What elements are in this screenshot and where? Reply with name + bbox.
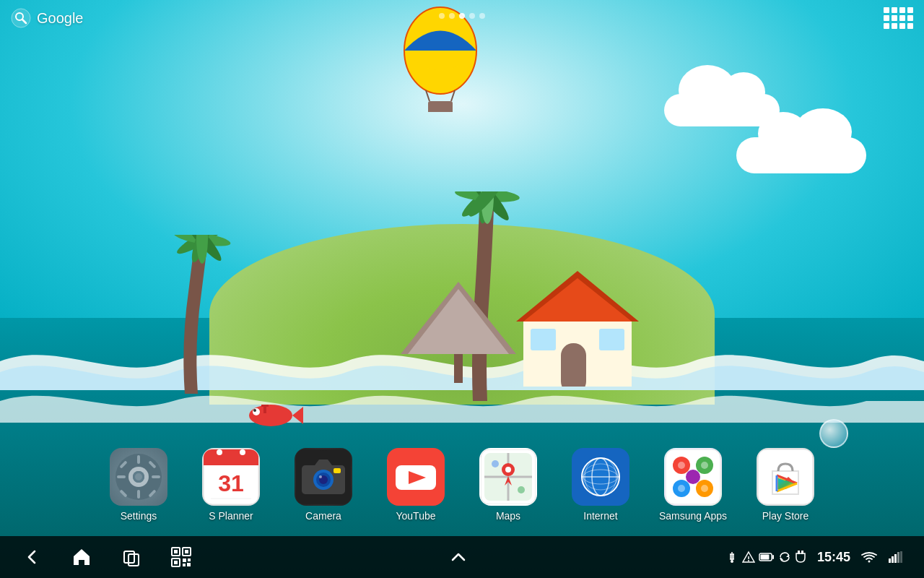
svg-point-85 (701, 462, 708, 469)
svg-rect-108 (188, 558, 191, 561)
svg-rect-24 (531, 329, 556, 350)
usb-icon (725, 551, 738, 564)
house (516, 271, 639, 387)
svg-point-87 (701, 485, 708, 492)
battery-icon (759, 552, 775, 562)
svg-marker-17 (408, 289, 509, 354)
svg-rect-61 (334, 468, 341, 473)
app-dock: Settings 31 S Planner (0, 435, 924, 535)
svg-point-32 (12, 9, 30, 27)
bottom-nav-bar: 15:45 (0, 536, 924, 578)
cloud-2 (736, 137, 866, 173)
app-samsung-apps[interactable]: Samsung Apps (647, 442, 739, 527)
screenshot-button[interactable] (170, 546, 192, 568)
signal-icon (888, 551, 902, 563)
svg-point-84 (678, 462, 685, 469)
beach-hut (401, 282, 516, 383)
svg-rect-40 (117, 475, 126, 478)
svg-rect-117 (772, 555, 774, 559)
internet-icon (572, 448, 629, 506)
grid-dot (907, 15, 913, 21)
warning-icon (742, 551, 755, 564)
maps-icon (479, 448, 537, 506)
app-internet[interactable]: Internet (554, 442, 647, 527)
svg-point-29 (253, 409, 256, 412)
maps-label: Maps (496, 510, 520, 522)
svg-point-26 (249, 405, 292, 426)
svg-text:31: 31 (218, 470, 244, 496)
grid-dot (907, 23, 913, 29)
internet-label: Internet (583, 510, 617, 522)
svg-rect-50 (204, 458, 258, 465)
svg-rect-125 (897, 552, 899, 563)
svg-rect-4 (428, 101, 453, 112)
camera-label: Camera (305, 510, 341, 522)
app-youtube[interactable]: YouTube (370, 442, 462, 527)
google-search-bar[interactable]: Google (11, 8, 84, 28)
grid-dot (892, 7, 897, 13)
app-maps[interactable]: Maps (462, 442, 554, 527)
svg-rect-116 (760, 555, 769, 560)
app-play-store[interactable]: Play Store (739, 442, 832, 527)
grid-dot (884, 7, 889, 13)
svg-point-114 (748, 560, 749, 561)
svg-rect-41 (152, 475, 160, 478)
grid-dot (892, 23, 897, 29)
sync-icon (778, 551, 791, 564)
app-settings[interactable]: Settings (92, 442, 185, 527)
svg-marker-98 (74, 549, 90, 565)
svg-point-111 (731, 560, 733, 563)
svg-rect-39 (137, 490, 140, 499)
search-icon (11, 8, 31, 28)
status-time: 15:45 (817, 550, 850, 565)
power-icon (795, 551, 806, 564)
status-icons-group (725, 551, 806, 564)
svg-marker-118 (786, 554, 789, 557)
wifi-icon (861, 551, 877, 563)
svg-marker-21 (523, 278, 632, 322)
play-store-label: Play Store (762, 510, 809, 522)
svg-marker-119 (780, 557, 783, 560)
home-button[interactable] (71, 546, 92, 568)
settings-icon (110, 448, 167, 506)
svg-point-83 (686, 470, 700, 484)
grid-dot (899, 15, 905, 21)
svg-rect-25 (599, 329, 624, 350)
camera-icon (295, 448, 352, 506)
scroll-up-button[interactable] (448, 547, 468, 567)
svg-point-47 (135, 473, 142, 480)
svg-rect-23 (561, 343, 586, 387)
svg-point-28 (253, 408, 260, 415)
splanner-label: S Planner (209, 510, 253, 522)
back-button[interactable] (22, 547, 42, 567)
svg-point-86 (678, 485, 685, 492)
splanner-icon: 31 (202, 448, 260, 506)
app-splanner[interactable]: 31 S Planner (185, 442, 277, 527)
palm-tree-left (152, 235, 238, 394)
nav-left-buttons (22, 546, 192, 568)
svg-rect-31 (261, 405, 269, 407)
samsung-apps-icon (664, 448, 722, 506)
all-apps-button[interactable] (884, 7, 913, 29)
svg-rect-123 (892, 556, 894, 563)
svg-rect-106 (174, 561, 178, 564)
svg-point-52 (217, 449, 222, 455)
svg-point-69 (492, 460, 499, 467)
grid-dot (884, 23, 889, 29)
svg-point-70 (518, 486, 525, 493)
settings-label: Settings (121, 510, 157, 522)
svg-rect-18 (454, 354, 463, 383)
status-bar: 15:45 (725, 550, 902, 565)
google-label: Google (37, 10, 84, 27)
nav-center (448, 547, 468, 567)
play-store-icon (757, 448, 814, 506)
svg-rect-110 (187, 563, 191, 566)
grid-dot (899, 7, 905, 13)
grid-dot (899, 23, 905, 29)
recent-apps-button[interactable] (121, 547, 141, 567)
app-camera[interactable]: Camera (277, 442, 370, 527)
top-bar: Google (0, 0, 924, 36)
svg-point-68 (505, 467, 511, 473)
svg-rect-124 (894, 554, 897, 563)
grid-dot (884, 15, 889, 21)
